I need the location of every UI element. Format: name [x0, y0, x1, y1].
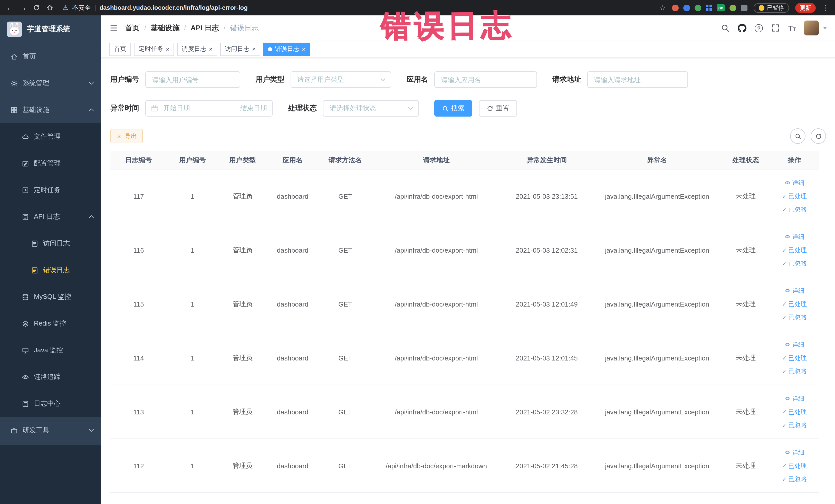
processed-link[interactable]: ✓已处理 [782, 407, 807, 416]
ignored-link[interactable]: ✓已忽略 [782, 367, 807, 376]
cell-exception: java.lang.IllegalArgumentException [593, 169, 721, 223]
detail-link[interactable]: 详细 [785, 394, 805, 403]
extension-on-badge[interactable]: on [717, 4, 725, 11]
breadcrumb-item[interactable]: 首页 [125, 23, 140, 33]
sidebar-item-api-logs[interactable]: API 日志 [0, 203, 101, 230]
sidebar-item-infrastructure[interactable]: 基础设施 [0, 97, 101, 123]
export-button[interactable]: 导出 [110, 129, 143, 143]
reset-button[interactable]: 重置 [479, 100, 517, 117]
search-icon[interactable] [721, 24, 730, 32]
detail-link[interactable]: 详细 [785, 178, 805, 187]
select-placeholder: 请选择处理状态 [330, 104, 376, 113]
forward-icon[interactable]: → [20, 4, 27, 11]
process-status-select[interactable]: 请选择处理状态 [323, 100, 419, 117]
ignored-link[interactable]: ✓已忽略 [782, 421, 807, 429]
address-bar[interactable]: ⚠ 不安全 dashboard.yudao.iocoder.cn/infra/l… [63, 3, 650, 12]
sidebar-item-dev-tools[interactable]: 研发工具 [0, 417, 101, 444]
select-placeholder: 请选择用户类型 [297, 75, 344, 84]
paused-profile-badge[interactable]: 已暂停 [754, 3, 789, 13]
database-icon [22, 293, 29, 301]
processed-link[interactable]: ✓已处理 [782, 192, 807, 201]
request-url-input[interactable] [587, 72, 688, 88]
processed-link[interactable]: ✓已处理 [782, 354, 807, 362]
ignored-link[interactable]: ✓已忽略 [782, 475, 807, 483]
close-icon[interactable]: × [209, 46, 212, 52]
cell-actions: 详细 ✓已处理 ✓已忽略 [770, 439, 819, 492]
sidebar-item-tracing[interactable]: 链路追踪 [0, 364, 101, 390]
home-icon [10, 53, 18, 60]
app-name-input[interactable] [434, 72, 537, 88]
sidebar-item-file-management[interactable]: 文件管理 [0, 123, 101, 150]
breadcrumb-item[interactable]: API 日志 [191, 23, 219, 33]
date-range-picker[interactable]: 开始日期 - 结束日期 [145, 100, 272, 117]
tab-access-log[interactable]: 访问日志× [220, 42, 260, 56]
update-button[interactable]: 更新 [795, 3, 816, 13]
ignored-link[interactable]: ✓已忽略 [782, 205, 807, 214]
extension-grid-icon[interactable] [706, 5, 712, 11]
app-logo[interactable]: 芋道管理系统 [0, 15, 101, 43]
user-id-input[interactable] [145, 72, 240, 88]
cell-user-type: 管理员 [218, 439, 267, 492]
sidebar-item-system-management[interactable]: 系统管理 [0, 70, 101, 97]
processed-link[interactable]: ✓已处理 [782, 300, 807, 308]
back-icon[interactable]: ← [6, 4, 13, 11]
breadcrumb-item-current: 错误日志 [230, 23, 259, 33]
detail-link[interactable]: 详细 [785, 340, 805, 349]
user-type-select[interactable]: 请选择用户类型 [290, 72, 391, 88]
user-avatar[interactable] [804, 21, 819, 36]
extension-icon[interactable] [741, 4, 748, 11]
detail-link[interactable]: 详细 [785, 286, 805, 295]
sidebar-item-redis-monitor[interactable]: Redis 监控 [0, 310, 101, 337]
tab-scheduler-log[interactable]: 调度日志× [177, 42, 217, 56]
breadcrumb-separator: / [144, 24, 146, 32]
chevron-down-icon [408, 107, 413, 110]
sidebar-item-access-log[interactable]: 访问日志 [0, 230, 101, 257]
sidebar-item-home[interactable]: 首页 [0, 43, 101, 70]
processed-link[interactable]: ✓已处理 [782, 246, 807, 255]
sidebar-item-scheduled-jobs[interactable]: 定时任务 [0, 177, 101, 203]
browser-menu-icon[interactable]: ⋮ [822, 4, 829, 12]
ignored-link[interactable]: ✓已忽略 [782, 313, 807, 322]
search-button[interactable]: 搜索 [434, 100, 472, 117]
sidebar-toggle-icon[interactable] [109, 24, 118, 32]
tab-error-log[interactable]: 错误日志× [263, 42, 310, 56]
check-icon: ✓ [782, 261, 787, 266]
sidebar-item-java-monitor[interactable]: Java 监控 [0, 337, 101, 364]
close-icon[interactable]: × [166, 46, 169, 52]
close-icon[interactable]: × [302, 46, 305, 52]
font-size-icon[interactable]: TT [788, 24, 796, 32]
bookmark-star-icon[interactable]: ☆ [659, 4, 666, 11]
detail-link[interactable]: 详细 [785, 233, 805, 241]
ignored-link[interactable]: ✓已忽略 [782, 259, 807, 268]
extension-icon[interactable] [672, 4, 679, 11]
refresh-button[interactable] [811, 128, 826, 144]
sidebar-item-config-management[interactable]: 配置管理 [0, 150, 101, 177]
extension-icon[interactable] [683, 4, 690, 11]
processed-label: 已处理 [788, 354, 807, 362]
tab-scheduled-jobs[interactable]: 定时任务× [134, 42, 174, 56]
gear-icon [10, 79, 18, 87]
reload-icon[interactable] [33, 4, 40, 11]
extension-icon[interactable] [695, 4, 701, 11]
table-header-row: 日志编号 用户编号 用户类型 应用名 请求方法名 请求地址 异常发生时间 异常名… [110, 151, 819, 169]
security-label[interactable]: 不安全 [73, 3, 91, 12]
sidebar-item-mysql-monitor[interactable]: MySQL 监控 [0, 283, 101, 310]
close-icon[interactable]: × [252, 46, 256, 52]
sidebar-item-log-center[interactable]: 日志中心 [0, 390, 101, 417]
extension-icon[interactable] [730, 4, 736, 11]
browser-home-icon[interactable] [46, 4, 54, 11]
cell-app-name: dashboard [267, 277, 318, 331]
fullscreen-icon[interactable] [771, 24, 780, 32]
ignored-label: 已忽略 [788, 421, 807, 429]
hide-search-button[interactable] [790, 128, 806, 144]
tab-home[interactable]: 首页 [109, 42, 131, 56]
processed-link[interactable]: ✓已处理 [782, 461, 807, 470]
help-icon[interactable]: ? [755, 24, 763, 32]
url-text[interactable]: dashboard.yudao.iocoder.cn/infra/log/api… [100, 4, 248, 11]
github-icon[interactable] [738, 24, 747, 32]
avatar-caret-icon[interactable] [823, 27, 827, 29]
detail-link[interactable]: 详细 [785, 448, 805, 457]
check-icon: ✓ [782, 355, 787, 361]
breadcrumb-item[interactable]: 基础设施 [151, 23, 179, 33]
sidebar-item-error-log[interactable]: 错误日志 [0, 257, 101, 283]
